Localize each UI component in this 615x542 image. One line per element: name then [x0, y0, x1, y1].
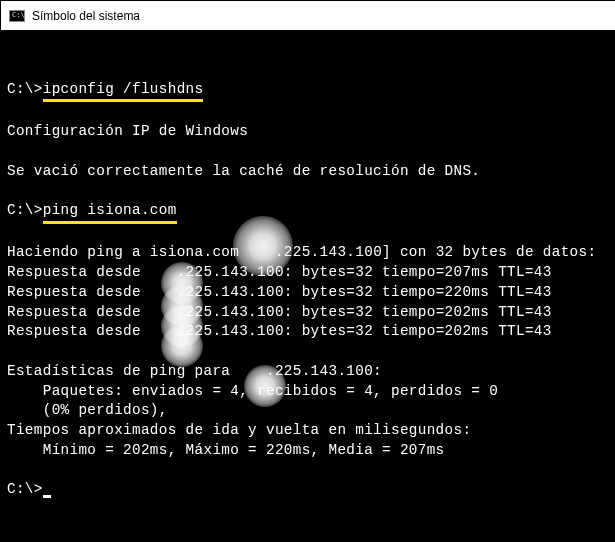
prompt: C:\>	[7, 202, 43, 218]
ping-reply-1: Respuesta desde .225.143.100: bytes=32 t…	[7, 264, 552, 280]
prompt: C:\>	[7, 481, 43, 497]
command-1: ipconfig /flushdns	[43, 80, 204, 103]
ping-reply-2: Respuesta desde .225.143.100: bytes=32 t…	[7, 284, 552, 300]
prompt-line-3: C:\>	[7, 481, 51, 497]
ping-packets: Paquetes: enviados = 4, recibidos = 4, p…	[7, 383, 498, 399]
titlebar[interactable]: C:\ Símbolo del sistema	[0, 0, 615, 30]
command-prompt-window: C:\ Símbolo del sistema C:\>ipconfig /fl…	[0, 0, 615, 542]
prompt-line-1: C:\>ipconfig /flushdns	[7, 81, 203, 97]
window-title: Símbolo del sistema	[32, 9, 140, 23]
cursor	[43, 495, 51, 498]
terminal-output[interactable]: C:\>ipconfig /flushdns Configuración IP …	[0, 30, 615, 542]
ping-reply-4: Respuesta desde .225.143.100: bytes=32 t…	[7, 323, 552, 339]
ping-loss: (0% perdidos),	[7, 402, 168, 418]
prompt: C:\>	[7, 81, 43, 97]
ping-header: Haciendo ping a isiona.com .225.143.100]…	[7, 244, 596, 260]
ipconfig-header: Configuración IP de Windows	[7, 123, 248, 139]
ping-stats-header: Estadísticas de ping para .225.143.100:	[7, 363, 382, 379]
ping-rtt-header: Tiempos aproximados de ida y vuelta en m…	[7, 422, 471, 438]
prompt-line-2: C:\>ping isiona.com	[7, 202, 177, 218]
ping-rtt-values: Mínimo = 202ms, Máximo = 220ms, Media = …	[7, 442, 445, 458]
flush-result: Se vació correctamente la caché de resol…	[7, 163, 480, 179]
ping-reply-3: Respuesta desde .225.143.100: bytes=32 t…	[7, 304, 552, 320]
cmd-icon: C:\	[9, 10, 25, 22]
command-2: ping isiona.com	[43, 201, 177, 224]
